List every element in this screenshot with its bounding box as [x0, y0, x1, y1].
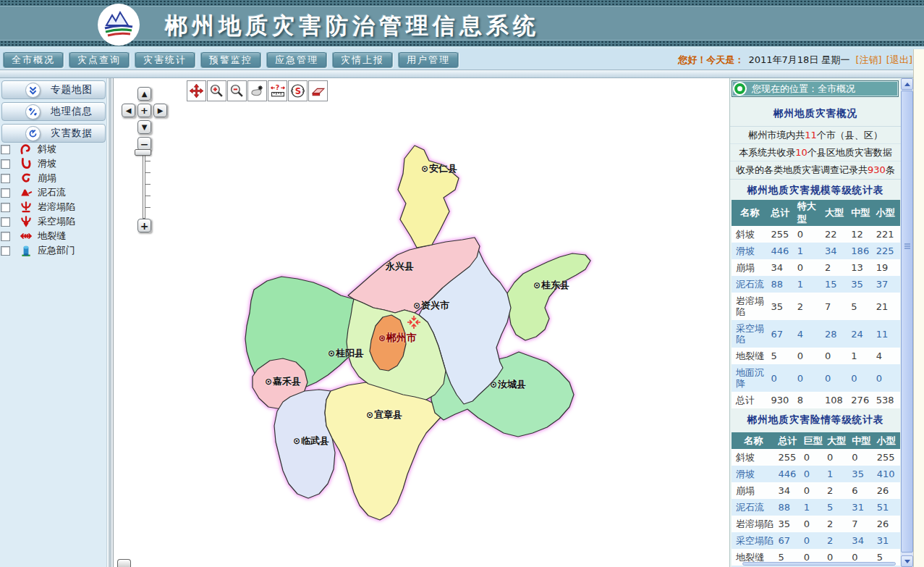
column-header: 小型 [874, 432, 900, 449]
table-header-row: 名称总计巨型大型中型小型 [732, 432, 900, 449]
tools-icon [25, 104, 41, 119]
county-label-anren[interactable]: ⊙安仁县 [421, 162, 457, 175]
stat-cell: 28 [822, 320, 848, 348]
landslide-checkbox[interactable] [1, 159, 10, 169]
county-label-rucheng[interactable]: ⊙汝城县 [490, 378, 526, 391]
sidebar-section-thematic-maps[interactable]: 专题地图 [1, 80, 106, 99]
svg-text:S: S [295, 86, 301, 96]
measure-tool-button[interactable]: ? [268, 80, 287, 101]
logout-link[interactable]: [注销] [856, 54, 882, 65]
pan-up-button[interactable]: ▲ [137, 87, 151, 101]
row-label-cell: 地裂缝 [732, 348, 768, 364]
table-row: 采空塌陷67023431 [732, 532, 900, 549]
county-label-guiyang[interactable]: ⊙桂阳县 [328, 347, 364, 360]
risk-table-title: 郴州地质灾害险情等级统计表 [730, 411, 901, 428]
county-label-jiahe[interactable]: ⊙嘉禾县 [265, 375, 301, 388]
overview-stats: 郴州市境内共11个市（县、区）本系统共收录10个县区地质灾害数据收录的各类地质灾… [730, 126, 901, 180]
zoom-slider-thumb[interactable] [135, 149, 151, 156]
pan-right-button[interactable]: ▶ [153, 104, 167, 117]
zoom-out-tool-button[interactable] [227, 80, 247, 101]
eraser-tool-button[interactable] [308, 80, 328, 101]
scroll-down-button[interactable] [901, 555, 913, 567]
debris-flow-checkbox[interactable] [1, 188, 10, 198]
scroll-up-button[interactable] [901, 78, 913, 90]
stat-cell: 31 [849, 499, 873, 516]
panel-vertical-scrollbar[interactable] [901, 78, 913, 567]
stat-cell: 2 [824, 516, 849, 532]
mining-subsidence-checkbox[interactable] [1, 217, 10, 227]
pan-tool-button[interactable] [187, 80, 206, 101]
landslide-icon [20, 157, 33, 170]
stat-cell: 11 [873, 320, 900, 348]
section-label: 灾害数据 [51, 127, 93, 140]
karst-subsidence-icon [20, 201, 33, 214]
table-row: 泥石流881153537 [732, 276, 900, 293]
pan-center-button[interactable]: + [137, 104, 151, 117]
nav-tab[interactable]: 灾点查询 [69, 51, 130, 68]
county-label-zixing[interactable]: ⊙资兴市 [413, 299, 449, 312]
map-corner-toggle-button[interactable] [117, 559, 131, 567]
page-right-margin [913, 49, 924, 567]
map-region-anren[interactable] [398, 146, 459, 248]
stat-cell: 930 [768, 392, 794, 408]
nav-tab[interactable]: 灾害统计 [135, 51, 195, 68]
panel-horizontal-scrollbar[interactable] [742, 562, 896, 566]
stat-cell: 538 [873, 392, 900, 408]
stat-cell: 34 [768, 259, 794, 276]
collapse-checkbox[interactable] [1, 174, 10, 183]
pan-down-button[interactable]: ▼ [137, 120, 151, 134]
map-region-guidong[interactable] [507, 253, 590, 340]
stat-cell: 37 [873, 276, 900, 293]
county-label-linwu[interactable]: ⊙临武县 [293, 434, 329, 448]
table-row: 岩溶塌陷3527521 [732, 293, 900, 320]
app-title: 郴州地质灾害防治管理信息系统 [165, 11, 540, 41]
nav-user-area: 您好！今天是： 2011年7月18日 星期一 [注销] [退出] [678, 54, 912, 67]
zoom-in-step-button[interactable]: + [137, 219, 151, 232]
stat-cell: 0 [801, 516, 824, 532]
layer-label: 斜坡 [38, 143, 56, 156]
nav-tab[interactable]: 应急管理 [266, 51, 327, 68]
column-header: 小型 [873, 200, 900, 226]
stat-cell: 255 [874, 449, 900, 466]
stat-cell: 1 [794, 276, 822, 293]
layer-row-debris-flow: 泥石流 [0, 185, 107, 200]
nav-tab[interactable]: 灾情上报 [332, 51, 393, 68]
county-label-guidong[interactable]: ⊙桂东县 [533, 279, 569, 292]
zoom-in-tool-button[interactable] [207, 80, 226, 101]
exit-link[interactable]: [退出] [886, 54, 912, 65]
ground-fissure-checkbox[interactable] [1, 232, 10, 241]
city-label-chenzhou[interactable]: ⊛郴州市 [378, 332, 417, 345]
emergency-dept-checkbox[interactable] [1, 246, 10, 256]
map-region-yizhang[interactable] [325, 382, 444, 520]
scale-tool-button[interactable]: S [288, 80, 308, 101]
nav-tab[interactable]: 用户管理 [398, 51, 459, 68]
map-viewport[interactable]: ⊙安仁县 永兴县 ⊙资兴市 ⊙桂东县 ⊛郴州市 ⊙桂阳县 ⊙嘉禾县 ⊙临武县 ⊙… [113, 78, 729, 567]
stat-cell: 21 [873, 293, 900, 320]
sidebar-section-geo-info[interactable]: 地理信息 [1, 102, 106, 121]
slope-checkbox[interactable] [1, 145, 10, 154]
intro-text-segment: 郴州市境内共 [748, 130, 805, 140]
county-label-yizhang[interactable]: ⊙宜章县 [366, 408, 402, 421]
zoom-slider-track[interactable] [143, 152, 145, 219]
county-dot-marker: ⊙ [366, 410, 373, 420]
intro-number: 11 [805, 130, 817, 140]
layer-label: 崩塌 [38, 172, 56, 185]
county-label-yongxing[interactable]: 永兴县 [386, 260, 414, 273]
stat-cell: 255 [768, 226, 794, 243]
identify-tool-button[interactable] [247, 80, 267, 101]
stat-cell: 0 [801, 449, 824, 466]
scrollbar-grip [904, 243, 910, 245]
sidebar-section-disaster-data[interactable]: 灾害数据 [1, 124, 106, 143]
stat-cell: 7 [849, 516, 873, 532]
mining-subsidence-icon [20, 215, 33, 228]
row-label-cell: 滑坡 [732, 243, 768, 259]
nav-tab[interactable]: 预警监控 [200, 51, 261, 68]
nav-tab[interactable]: 全市概况 [3, 51, 64, 68]
scrollbar-thumb[interactable] [901, 91, 913, 553]
pan-left-button[interactable]: ◀ [122, 104, 135, 117]
zoom-slider-tick [145, 172, 151, 173]
stat-cell: 0 [824, 449, 849, 466]
overview-panel: 您现在的位置：全市概况 郴州地质灾害概况 郴州市境内共11个市（县、区）本系统共… [729, 78, 901, 567]
stat-cell: 0 [848, 364, 873, 392]
karst-subsidence-checkbox[interactable] [1, 203, 10, 212]
